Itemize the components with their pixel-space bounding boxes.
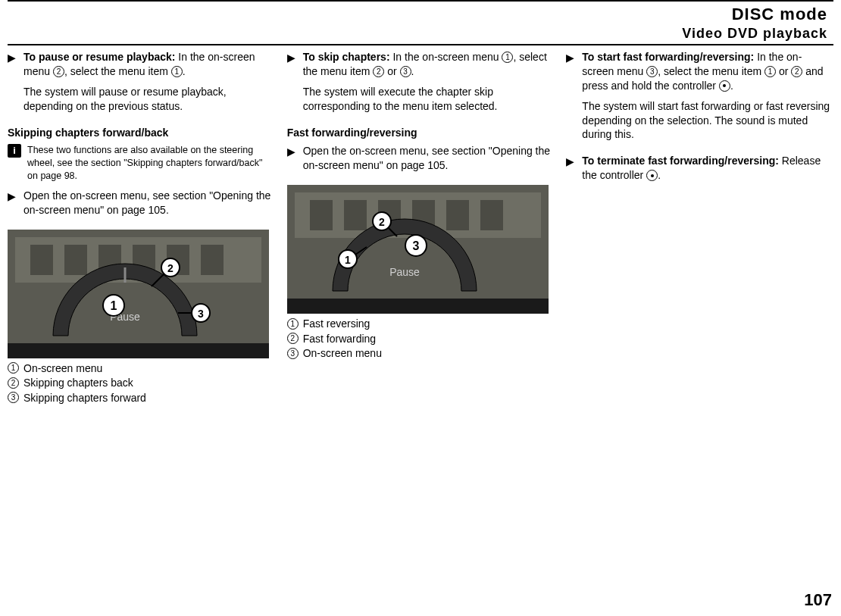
legend-text: Fast reversing [303,317,370,332]
legend-text: On-screen menu [303,346,382,361]
svg-rect-8 [201,245,224,275]
step-para: The system will execute the chapter skip… [303,85,555,114]
figure-on-screen-menu-2: Pause 1 2 3 [287,185,555,314]
step-text: , select the menu item [64,65,171,77]
step-pause-resume: ▶ To pause or resume playback: In the on… [8,50,275,120]
circle-1-icon: 1 [502,52,513,63]
content-columns: ▶ To pause or resume playback: In the on… [0,45,841,406]
svg-text:2: 2 [379,216,385,228]
svg-rect-28 [480,200,503,230]
svg-rect-30 [287,299,549,314]
svg-text:Pause: Pause [389,266,420,278]
triangle-icon: ▶ [8,189,16,224]
svg-text:3: 3 [198,308,204,320]
circle-1-icon: 1 [8,362,19,374]
svg-rect-3 [30,245,53,275]
column-1: ▶ To pause or resume playback: In the on… [8,50,275,406]
triangle-icon: ▶ [566,155,574,189]
triangle-icon: ▶ [287,51,295,120]
legend-text: Fast forwarding [303,332,376,347]
triangle-icon: ▶ [287,145,295,179]
figure-legend-1: 1On-screen menu 2Skipping chapters back … [8,361,275,406]
svg-text:3: 3 [412,239,419,252]
triangle-icon: ▶ [8,51,16,120]
step-bold: To terminate fast forwarding/reversing: [582,155,779,167]
step-para: The system will pause or resume playback… [23,85,275,114]
circle-2-icon: 2 [791,66,802,77]
step-terminate-ff: ▶ To terminate fast forwarding/reversing… [566,154,833,189]
step-text: . [183,65,186,77]
info-note: i These two functions are also available… [8,144,275,183]
circle-2-icon: 2 [287,333,299,344]
svg-text:1: 1 [345,254,351,266]
step-skip-chapters: ▶ To skip chapters: In the on-screen men… [287,50,555,120]
column-3: ▶ To start fast forwarding/reversing: In… [566,50,833,406]
circle-1-icon: 1 [287,318,299,330]
circle-2-icon: 2 [373,66,384,77]
circle-3-icon: 3 [287,348,299,359]
controller-icon [719,80,730,92]
step-start-ff: ▶ To start fast forwarding/reversing: In… [566,50,833,148]
circle-1-icon: 1 [764,66,776,77]
svg-text:1: 1 [111,299,117,312]
column-2: ▶ To skip chapters: In the on-screen men… [287,50,555,406]
subheading-skipping: Skipping chapters forward/back [8,126,275,140]
circle-3-icon: 3 [646,66,658,77]
step-text: or [776,65,791,77]
info-text: These two functions are also available o… [27,144,275,183]
svg-rect-4 [64,245,87,275]
step-text: or [384,65,399,77]
step-text: . [411,65,414,77]
step-text: Open the on-screen menu, see section "Op… [23,189,275,217]
step-text: . [730,80,733,92]
controller-icon [646,170,658,181]
svg-rect-24 [344,200,367,230]
step-open-menu-2: ▶ Open the on-screen menu, see section "… [287,144,555,179]
svg-rect-11 [8,343,269,358]
svg-text:2: 2 [167,262,174,274]
figure-legend-2: 1Fast reversing 2Fast forwarding 3On-scr… [287,317,555,361]
legend-text: On-screen menu [23,361,102,377]
circle-3-icon: 3 [400,66,411,77]
svg-rect-23 [310,200,333,230]
step-text: , select the menu item [658,65,764,77]
circle-1-icon: 1 [171,66,183,77]
subheading-fastforward: Fast forwarding/reversing [287,126,555,140]
step-bold: To start fast forwarding/reversing: [582,51,754,63]
figure-on-screen-menu-1: Pause 1 2 3 [8,230,275,358]
legend-text: Skipping chapters back [23,376,133,391]
circle-3-icon: 3 [8,392,19,403]
page-number: 107 [804,589,832,611]
circle-2-icon: 2 [53,66,64,77]
step-open-menu: ▶ Open the on-screen menu, see section "… [8,189,275,224]
step-para: The system will start fast forwarding or… [582,99,833,142]
step-bold: To pause or resume playback: [23,51,175,63]
step-bold: To skip chapters: [303,51,390,63]
svg-rect-27 [446,200,469,230]
step-text: Open the on-screen menu, see section "Op… [303,144,555,173]
legend-text: Skipping chapters forward [23,391,146,406]
header-subtitle: Video DVD playback [8,24,827,42]
page-header: DISC mode Video DVD playback [8,0,833,45]
circle-2-icon: 2 [8,377,19,389]
step-text: In the on-screen menu [390,51,502,63]
step-text: . [658,169,661,181]
header-title: DISC mode [8,3,827,26]
info-icon: i [8,144,21,158]
triangle-icon: ▶ [566,51,574,148]
